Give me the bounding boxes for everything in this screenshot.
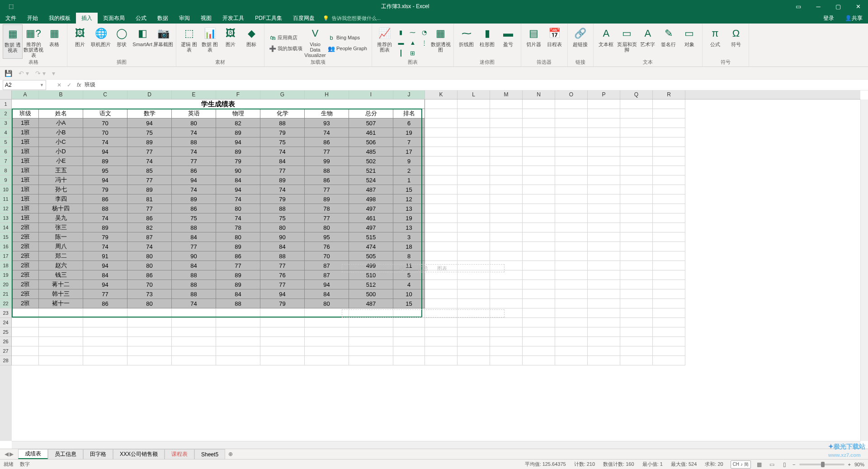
- cell[interactable]: [620, 337, 653, 346]
- cell[interactable]: [425, 346, 458, 356]
- sparkline-winloss-button[interactable]: ▬盈亏: [498, 24, 518, 59]
- cell[interactable]: [490, 185, 523, 194]
- cell[interactable]: [555, 327, 588, 337]
- cell[interactable]: [555, 137, 588, 147]
- close-button[interactable]: ✕: [848, 0, 868, 13]
- cell[interactable]: [490, 270, 523, 280]
- row-header[interactable]: 12: [0, 204, 12, 213]
- cell[interactable]: [653, 147, 685, 156]
- cell[interactable]: [425, 166, 458, 175]
- cell[interactable]: [653, 232, 685, 242]
- column-header[interactable]: P: [588, 90, 620, 99]
- cell[interactable]: [39, 327, 83, 337]
- cell[interactable]: [523, 156, 555, 166]
- table-cell[interactable]: 89: [216, 242, 260, 251]
- table-cell[interactable]: 94: [305, 280, 349, 289]
- column-header[interactable]: J: [393, 90, 425, 99]
- cell[interactable]: [349, 327, 393, 337]
- cell[interactable]: [216, 327, 260, 337]
- table-cell[interactable]: 80: [127, 261, 172, 270]
- cell[interactable]: [216, 337, 260, 346]
- table-cell[interactable]: 2班: [12, 232, 39, 242]
- cell[interactable]: [425, 147, 458, 156]
- table-cell[interactable]: 502: [349, 156, 393, 166]
- cell[interactable]: [305, 337, 349, 346]
- cell[interactable]: [83, 337, 127, 346]
- cell[interactable]: [588, 337, 620, 346]
- shapes-button[interactable]: ◯形状: [112, 24, 132, 59]
- cell[interactable]: [393, 356, 425, 365]
- cell[interactable]: [490, 308, 523, 318]
- cell[interactable]: [588, 99, 620, 109]
- cell[interactable]: [260, 318, 305, 327]
- table-cell[interactable]: 94: [127, 118, 172, 128]
- cell[interactable]: [620, 185, 653, 194]
- cell[interactable]: [12, 308, 39, 318]
- cell[interactable]: [127, 318, 172, 327]
- cell[interactable]: [12, 346, 39, 356]
- table-cell[interactable]: 88: [216, 299, 260, 308]
- undo-button[interactable]: ↶ ▾: [19, 70, 29, 77]
- cell[interactable]: [458, 223, 490, 232]
- table-cell[interactable]: 79: [260, 194, 305, 204]
- table-cell[interactable]: 84: [260, 156, 305, 166]
- table-cell[interactable]: 485: [349, 147, 393, 156]
- row-header[interactable]: 22: [0, 299, 12, 308]
- table-cell[interactable]: 77: [172, 156, 216, 166]
- cell[interactable]: [588, 308, 620, 318]
- table-header-cell[interactable]: 总分: [349, 109, 393, 118]
- cell[interactable]: [490, 242, 523, 251]
- cell[interactable]: [620, 232, 653, 242]
- cell[interactable]: [523, 299, 555, 308]
- bing-maps-button[interactable]: bBing Maps: [326, 33, 369, 43]
- row-header[interactable]: 16: [0, 242, 12, 251]
- cell[interactable]: [83, 346, 127, 356]
- table-cell[interactable]: 6: [393, 118, 425, 128]
- row-header[interactable]: 13: [0, 213, 12, 223]
- cell[interactable]: [260, 346, 305, 356]
- row-header[interactable]: 21: [0, 289, 12, 299]
- column-header[interactable]: B: [39, 90, 83, 99]
- table-cell[interactable]: 89: [305, 194, 349, 204]
- cell[interactable]: [260, 356, 305, 365]
- table-cell[interactable]: 79: [83, 232, 127, 242]
- cell[interactable]: [555, 308, 588, 318]
- cell[interactable]: [458, 118, 490, 128]
- cell[interactable]: [620, 166, 653, 175]
- cell[interactable]: [458, 327, 490, 337]
- cell[interactable]: [523, 185, 555, 194]
- cell[interactable]: [425, 299, 458, 308]
- table-cell[interactable]: 77: [127, 175, 172, 185]
- cell[interactable]: [523, 118, 555, 128]
- cell[interactable]: [425, 242, 458, 251]
- cell[interactable]: [425, 99, 458, 109]
- table-header-cell[interactable]: 数学: [127, 109, 172, 118]
- cell[interactable]: [490, 118, 523, 128]
- equation-button[interactable]: π公式: [705, 24, 725, 59]
- zoom-slider[interactable]: [799, 464, 844, 465]
- cell[interactable]: [523, 308, 555, 318]
- cell[interactable]: [458, 299, 490, 308]
- table-cell[interactable]: 13: [393, 204, 425, 213]
- table-cell[interactable]: 王五: [39, 166, 83, 175]
- table-cell[interactable]: 87: [305, 261, 349, 270]
- cell[interactable]: [172, 308, 216, 318]
- row-header[interactable]: 10: [0, 185, 12, 194]
- table-cell[interactable]: 周八: [39, 242, 83, 251]
- cell[interactable]: [555, 156, 588, 166]
- table-cell[interactable]: 11: [393, 261, 425, 270]
- cell[interactable]: [490, 166, 523, 175]
- table-cell[interactable]: 90: [216, 166, 260, 175]
- cell[interactable]: [653, 337, 685, 346]
- share-button[interactable]: 👤共享: [840, 13, 868, 24]
- pictures-button[interactable]: 🖼图片: [70, 24, 90, 59]
- cell[interactable]: [425, 270, 458, 280]
- table-cell[interactable]: 陈一: [39, 232, 83, 242]
- cell[interactable]: [620, 346, 653, 356]
- cell[interactable]: [588, 232, 620, 242]
- row-header[interactable]: 5: [0, 137, 12, 147]
- table-cell[interactable]: 80: [216, 232, 260, 242]
- cell[interactable]: [620, 308, 653, 318]
- cell[interactable]: [620, 280, 653, 289]
- table-cell[interactable]: 78: [305, 204, 349, 213]
